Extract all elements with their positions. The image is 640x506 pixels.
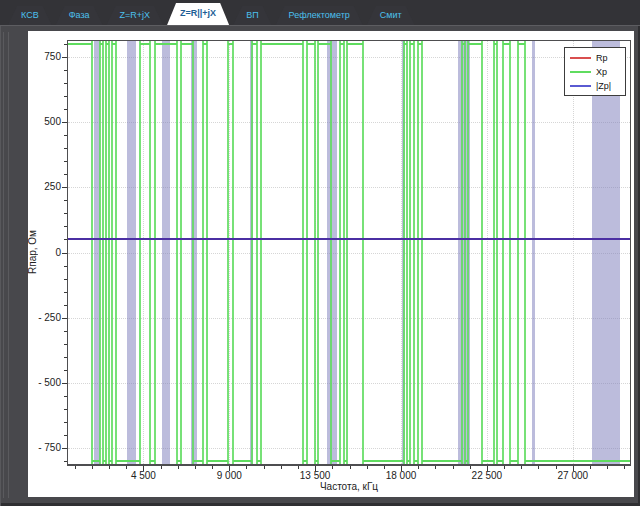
series-xp-transition <box>105 41 107 464</box>
series-xp-transition <box>517 41 519 464</box>
y-axis-minor-tick <box>64 83 67 84</box>
x-tick-label: 9 000 <box>206 470 252 481</box>
tab-smith[interactable]: Смит <box>366 5 416 25</box>
y-axis-minor-tick <box>64 109 67 110</box>
tab-z-parallel[interactable]: Z=R||+jX <box>166 2 230 25</box>
gridline-vertical <box>229 41 230 464</box>
legend-label: Xp <box>596 67 607 77</box>
gridline-horizontal <box>68 383 630 384</box>
tab-z-series-face: Z=R+jX <box>107 6 164 25</box>
x-axis-minor-tick <box>607 466 608 469</box>
series-xp-transition <box>202 41 204 464</box>
series-xp-transition <box>139 41 141 464</box>
tab-reflectometer-face: Рефлектометр <box>276 6 363 25</box>
y-axis-major-tick <box>62 318 67 319</box>
y-tick-label: 500 <box>30 116 61 127</box>
series-xp-transition <box>343 41 345 464</box>
legend: RpXp|Zp| <box>564 47 626 96</box>
legend-swatch-xp <box>570 71 591 73</box>
y-axis-major-tick <box>62 122 67 123</box>
y-axis-minor-tick <box>64 266 67 267</box>
legend-label: |Zp| <box>596 81 611 91</box>
y-tick-label: - 250 <box>30 312 61 323</box>
series-xp-transition <box>256 41 258 464</box>
x-axis-minor-tick <box>246 466 247 469</box>
y-tick-label: - 500 <box>30 377 61 388</box>
series-xp-transition <box>413 41 415 464</box>
x-axis-minor-tick <box>350 466 351 469</box>
y-axis-minor-tick <box>64 331 67 332</box>
legend-label: Rp <box>596 53 608 63</box>
y-axis-minor-tick <box>64 226 67 227</box>
series-xp-transition <box>346 41 348 464</box>
x-axis-minor-tick <box>161 466 162 469</box>
y-axis-major-tick <box>62 187 67 188</box>
series-xp-transition <box>421 41 423 464</box>
y-axis-minor-tick <box>64 174 67 175</box>
series-xp-transition <box>108 41 110 464</box>
legend-swatch-rp <box>570 57 591 59</box>
y-axis-minor-tick <box>64 396 67 397</box>
series-zp <box>68 238 630 240</box>
series-xp-rail <box>233 460 252 462</box>
y-tick-label: 250 <box>30 181 61 192</box>
series-xp-transition <box>232 41 234 464</box>
gridline-horizontal <box>68 448 630 449</box>
x-axis-minor-tick <box>281 466 282 469</box>
series-xp-rail <box>116 460 141 462</box>
legend-item-zp: |Zp| <box>570 81 620 91</box>
y-axis-minor-tick <box>64 409 67 410</box>
tab-reflectometer[interactable]: Рефлектометр <box>275 5 364 25</box>
x-axis-minor-tick <box>521 466 522 469</box>
series-xp-transition <box>176 41 178 464</box>
series-xp-rail <box>422 460 462 462</box>
gridline-horizontal <box>68 318 630 319</box>
series-xp-transition <box>102 41 104 464</box>
y-axis-minor-tick <box>64 370 67 371</box>
tab-phase[interactable]: Фаза <box>55 5 104 25</box>
analyzer-window: КСВФазаZ=R+jXZ=R||+jXВПРефлектометрСмит … <box>0 0 640 506</box>
tab-swr[interactable]: КСВ <box>7 5 53 25</box>
splitter-handle[interactable] <box>8 32 9 498</box>
gridline-vertical <box>143 41 144 464</box>
x-axis-title: Частота, кГц <box>67 481 631 492</box>
series-xp-transition <box>111 41 113 464</box>
series-xp-transition <box>403 41 405 464</box>
x-axis-minor-tick <box>504 466 505 469</box>
y-axis-minor-tick <box>64 161 67 162</box>
series-xp-rail <box>468 43 482 45</box>
series-xp-transition <box>502 41 504 464</box>
series-xp-transition <box>330 41 332 464</box>
y-axis-minor-tick <box>64 239 67 240</box>
legend-item-xp: Xp <box>570 67 620 77</box>
y-axis-minor-tick <box>64 422 67 423</box>
tab-vp[interactable]: ВП <box>232 5 272 25</box>
x-tick-label: 18 000 <box>378 470 424 481</box>
series-xp-transition <box>302 41 304 464</box>
y-axis-major-tick <box>62 57 67 58</box>
splitter-handle[interactable] <box>3 32 4 498</box>
x-axis-minor-tick <box>453 466 454 469</box>
y-axis-minor-tick <box>64 292 67 293</box>
x-axis-minor-tick <box>92 466 93 469</box>
series-xp-rail <box>363 460 404 462</box>
x-tick-label: 22 500 <box>464 470 510 481</box>
x-axis-minor-tick <box>75 466 76 469</box>
series-xp-transition <box>339 41 341 464</box>
x-axis-minor-tick <box>590 466 591 469</box>
y-axis-minor-tick <box>64 44 67 45</box>
x-axis-minor-tick <box>418 466 419 469</box>
tab-z-parallel-face: Z=R||+jX <box>167 3 229 25</box>
series-xp-transition <box>317 41 319 464</box>
series-xp-transition <box>154 41 156 464</box>
plot-area[interactable] <box>67 40 631 466</box>
x-axis-minor-tick <box>264 466 265 469</box>
x-axis-minor-tick <box>109 466 110 469</box>
series-xp-transition <box>406 41 408 464</box>
gridline-horizontal <box>68 122 630 123</box>
tab-z-series[interactable]: Z=R+jX <box>106 5 165 25</box>
series-xp-transition <box>115 41 117 464</box>
series-xp-rail <box>261 43 303 45</box>
chart-panel: Rпар, Ом Частота, кГц RpXp|Zp| 750500250… <box>28 31 634 497</box>
x-axis-minor-tick <box>624 466 625 469</box>
